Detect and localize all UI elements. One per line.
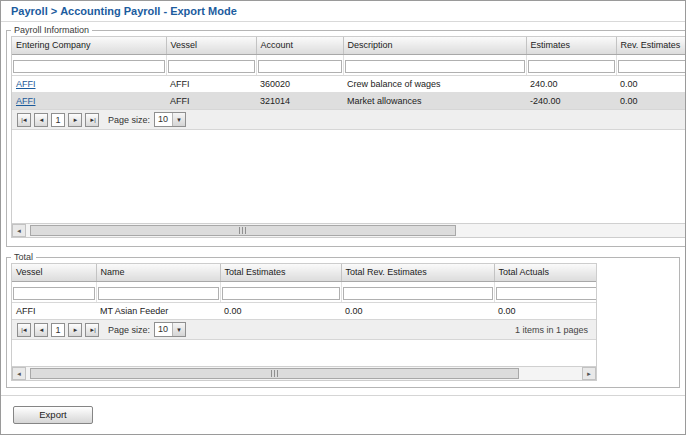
table-cell: AFFI xyxy=(166,92,256,109)
filter-cell xyxy=(12,54,166,75)
table-cell: 321014 xyxy=(256,92,343,109)
empty-grid-area xyxy=(12,340,596,366)
next-page-button[interactable]: ► xyxy=(68,113,82,127)
payroll-filter-row xyxy=(12,54,686,75)
items-count-label: 1 items in 1 pages xyxy=(515,325,591,335)
filter-total-actuals-input[interactable] xyxy=(496,287,597,300)
table-cell: 360020 xyxy=(256,75,343,92)
table-cell: 0.00 xyxy=(494,302,596,319)
table-cell: Crew balance of wages xyxy=(343,75,526,92)
filter-account-input[interactable] xyxy=(258,60,342,73)
export-button[interactable]: Export xyxy=(13,406,93,424)
page-size-label: Page size: xyxy=(108,325,150,335)
column-header-description: Description xyxy=(343,37,526,54)
table-cell: AFFI xyxy=(12,92,166,109)
next-page-button[interactable]: ► xyxy=(68,323,82,337)
filter-rev-estimates-input[interactable] xyxy=(618,60,686,73)
scrollbar-thumb[interactable] xyxy=(30,225,456,236)
filter-total-rev-estimates-input[interactable] xyxy=(343,287,493,300)
filter-cell xyxy=(343,54,526,75)
empty-grid-area xyxy=(12,130,686,223)
entering-company-link[interactable]: AFFI xyxy=(16,96,36,106)
column-header-total-actuals: Total Actuals xyxy=(494,264,596,281)
total-table: Vessel Name Total Estimates Total Rev. E… xyxy=(12,264,596,319)
filter-description-input[interactable] xyxy=(345,60,525,73)
scroll-thumb-gripper xyxy=(239,227,246,234)
first-page-button[interactable]: |◄ xyxy=(17,113,31,127)
filter-total-estimates-input[interactable] xyxy=(222,287,340,300)
breadcrumb-separator: > xyxy=(48,5,60,17)
filter-name-input[interactable] xyxy=(98,287,219,300)
table-cell: 0.00 xyxy=(616,92,686,109)
table-cell: 0.00 xyxy=(220,302,341,319)
column-header-account: Account xyxy=(256,37,343,54)
total-header-row: Vessel Name Total Estimates Total Rev. E… xyxy=(12,264,596,281)
page-number-button[interactable]: 1 xyxy=(51,113,65,127)
total-grid-viewport: Vessel Name Total Estimates Total Rev. E… xyxy=(12,264,596,319)
filter-vessel-input[interactable] xyxy=(168,60,255,73)
table-cell: MT Asian Feeder xyxy=(96,302,220,319)
table-cell: AFFI xyxy=(12,75,166,92)
filter-cell xyxy=(166,54,256,75)
entering-company-link[interactable]: AFFI xyxy=(16,79,36,89)
total-grid: Vessel Name Total Estimates Total Rev. E… xyxy=(11,263,597,381)
page-size-dropdown[interactable]: 10 ▼ xyxy=(154,112,186,127)
table-cell: 0.00 xyxy=(616,75,686,92)
scroll-left-icon[interactable]: ◄ xyxy=(12,224,26,237)
column-header-total-estimates: Total Estimates xyxy=(220,264,341,281)
filter-vessel-input[interactable] xyxy=(13,287,95,300)
breadcrumb-current: Accounting Payroll - Export Mode xyxy=(60,5,237,17)
table-cell: AFFI xyxy=(166,75,256,92)
total-horizontal-scrollbar[interactable]: ◄ ► xyxy=(12,366,596,380)
payroll-header-row: Entering Company Vessel Account Descript… xyxy=(12,37,686,54)
prev-page-button[interactable]: ◄ xyxy=(34,323,48,337)
page-size-value: 10 xyxy=(155,323,172,336)
scroll-left-icon[interactable]: ◄ xyxy=(12,367,26,380)
filter-cell xyxy=(616,54,686,75)
total-pager: |◄ ◄ 1 ► ►| Page size: 10 ▼ 1 items in 1… xyxy=(12,319,596,340)
last-page-button[interactable]: ►| xyxy=(85,323,99,337)
table-cell: -240.00 xyxy=(526,92,616,109)
total-section: Total Vessel Name Total Estimates Total … xyxy=(6,252,680,388)
table-row[interactable]: AFFI AFFI 321014 Market allowances -240.… xyxy=(12,92,686,109)
table-cell: Market allowances xyxy=(343,92,526,109)
page-size-dropdown[interactable]: 10 ▼ xyxy=(154,322,186,337)
scrollbar-track[interactable] xyxy=(26,367,582,380)
scrollbar-track[interactable] xyxy=(26,224,686,237)
filter-estimates-input[interactable] xyxy=(528,60,615,73)
payroll-information-section: Payroll Information Entering Company Ves… xyxy=(6,25,686,247)
scrollbar-thumb[interactable] xyxy=(30,368,519,379)
filter-cell xyxy=(12,281,96,302)
payroll-information-legend: Payroll Information xyxy=(11,25,92,35)
filter-entering-company-input[interactable] xyxy=(13,60,165,73)
table-cell: 0.00 xyxy=(341,302,494,319)
last-page-button[interactable]: ►| xyxy=(85,113,99,127)
payroll-grid: Entering Company Vessel Account Descript… xyxy=(11,36,686,238)
table-row[interactable]: AFFI AFFI 360020 Crew balance of wages 2… xyxy=(12,75,686,92)
column-header-rev-estimates: Rev. Estimates xyxy=(616,37,686,54)
chevron-down-icon: ▼ xyxy=(172,323,185,336)
table-cell: 240.00 xyxy=(526,75,616,92)
page-number-button[interactable]: 1 xyxy=(51,323,65,337)
scroll-right-icon[interactable]: ► xyxy=(582,367,596,380)
column-header-estimates: Estimates xyxy=(526,37,616,54)
table-cell: AFFI xyxy=(12,302,96,319)
column-header-entering-company: Entering Company xyxy=(12,37,166,54)
column-header-vessel: Vessel xyxy=(166,37,256,54)
filter-cell xyxy=(256,54,343,75)
footer: Export xyxy=(1,396,685,424)
scroll-thumb-gripper xyxy=(271,370,278,377)
breadcrumb-link-payroll[interactable]: Payroll xyxy=(11,5,48,17)
payroll-pager: |◄ ◄ 1 ► ►| Page size: 10 ▼ xyxy=(12,109,686,130)
payroll-grid-viewport: Entering Company Vessel Account Descript… xyxy=(12,37,686,109)
breadcrumb: Payroll>Accounting Payroll - Export Mode xyxy=(1,1,685,22)
filter-cell xyxy=(494,281,596,302)
payroll-horizontal-scrollbar[interactable]: ◄ ► xyxy=(12,223,686,237)
first-page-button[interactable]: |◄ xyxy=(17,323,31,337)
app-page: Payroll>Accounting Payroll - Export Mode… xyxy=(0,0,686,435)
total-filter-row xyxy=(12,281,596,302)
prev-page-button[interactable]: ◄ xyxy=(34,113,48,127)
table-row[interactable]: AFFI MT Asian Feeder 0.00 0.00 0.00 xyxy=(12,302,596,319)
filter-cell xyxy=(526,54,616,75)
payroll-table: Entering Company Vessel Account Descript… xyxy=(12,37,686,109)
